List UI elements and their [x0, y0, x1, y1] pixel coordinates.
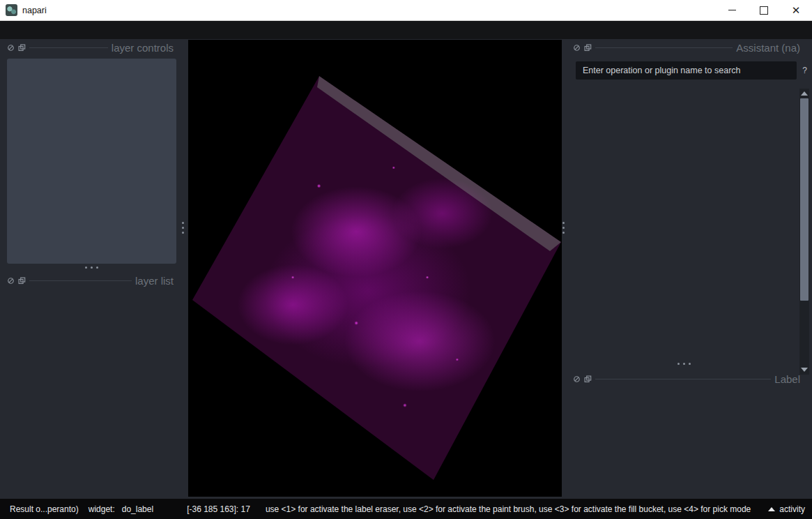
window-controls: ✕ [716, 0, 812, 20]
layer-list-header: layer list [7, 273, 176, 287]
napari-logo-icon [6, 4, 17, 16]
status-hint: use <1> for activate the label eraser, u… [266, 504, 751, 514]
close-icon: ✕ [792, 5, 801, 15]
close-button[interactable]: ✕ [780, 0, 812, 20]
dock-float-icon[interactable] [18, 44, 26, 52]
viewer-canvas[interactable] [188, 40, 562, 497]
label-widget-title: Label [774, 373, 803, 385]
assistant-header: Assistant (na) [573, 40, 803, 54]
dock-resize-handle[interactable] [573, 363, 795, 365]
dock-hide-icon[interactable] [7, 277, 15, 285]
activity-label: activity [779, 504, 805, 514]
divider [29, 280, 132, 281]
divider [29, 47, 108, 48]
layer-controls-header: layer controls [7, 40, 176, 54]
right-splitter-handle[interactable] [562, 222, 565, 234]
activity-toggle[interactable]: activity [768, 504, 805, 514]
scroll-up-icon[interactable] [801, 91, 808, 96]
left-dock-area: layer controls layer list [0, 39, 183, 499]
menu-bar [0, 21, 812, 39]
status-coordinates: [-36 185 163]: 17 [187, 504, 250, 514]
assistant-scrollbar[interactable] [799, 89, 809, 375]
napari-window: { "window": {"title": "napari", "control… [0, 0, 812, 519]
divider [595, 47, 733, 48]
help-button[interactable]: ? [802, 66, 807, 75]
assistant-title: Assistant (na) [736, 42, 803, 54]
layer-controls-panel [7, 59, 176, 264]
dock-hide-icon[interactable] [573, 375, 581, 383]
chevron-up-icon [768, 507, 775, 511]
divider [595, 379, 771, 379]
scrollbar-handle[interactable] [800, 98, 809, 301]
label-widget-header: Label [573, 372, 803, 386]
window-title: napari [22, 6, 47, 15]
volume-rendering [188, 40, 562, 497]
operation-search-input[interactable] [576, 61, 797, 80]
right-dock-area: Assistant (na) ? Label [567, 39, 812, 499]
title-bar: napari ✕ [0, 0, 812, 21]
layer-list-title: layer list [135, 275, 176, 287]
dock-float-icon[interactable] [584, 44, 592, 52]
dock-hide-icon[interactable] [7, 44, 15, 52]
minimize-button[interactable] [716, 0, 748, 20]
maximize-button[interactable] [748, 0, 780, 20]
left-splitter-handle[interactable] [182, 222, 184, 234]
status-widget-label: widget: [89, 504, 115, 514]
dock-float-icon[interactable] [584, 375, 592, 383]
status-bar: Result o...peranto) widget: do_label [-3… [0, 499, 812, 519]
dock-resize-handle[interactable] [0, 266, 183, 269]
maximize-icon [760, 6, 768, 15]
status-layer-name: Result o...peranto) [10, 504, 79, 514]
layer-controls-title: layer controls [112, 42, 176, 54]
minimize-icon [728, 10, 736, 10]
status-widget-value: do_label [122, 504, 153, 514]
dock-hide-icon[interactable] [573, 44, 581, 52]
dock-float-icon[interactable] [18, 277, 26, 285]
